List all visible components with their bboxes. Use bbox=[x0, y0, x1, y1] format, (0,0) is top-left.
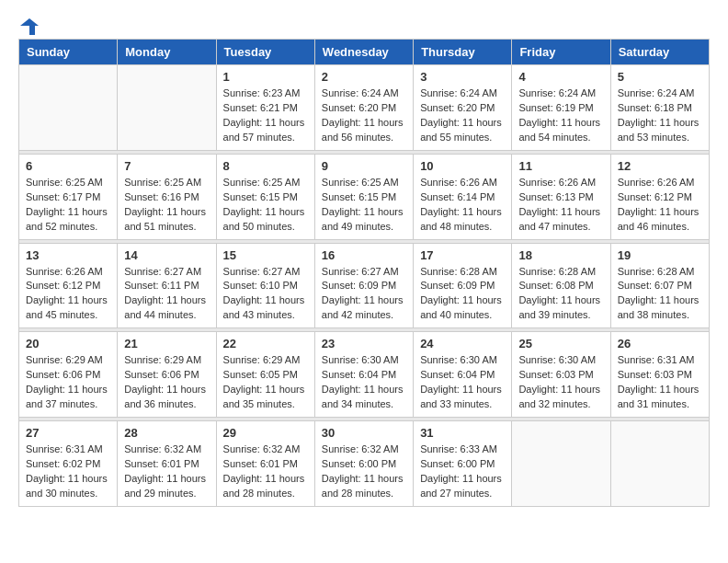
day-number: 8 bbox=[223, 159, 308, 173]
day-number: 31 bbox=[420, 426, 505, 440]
day-info: Sunrise: 6:25 AM Sunset: 6:15 PM Dayligh… bbox=[322, 176, 406, 235]
page-header bbox=[18, 18, 710, 29]
day-info: Sunrise: 6:26 AM Sunset: 6:13 PM Dayligh… bbox=[518, 176, 603, 235]
calendar-cell: 26Sunrise: 6:31 AM Sunset: 6:03 PM Dayli… bbox=[610, 332, 709, 418]
day-info: Sunrise: 6:24 AM Sunset: 6:20 PM Dayligh… bbox=[420, 86, 505, 145]
day-info: Sunrise: 6:28 AM Sunset: 6:09 PM Dayligh… bbox=[420, 265, 505, 324]
day-info: Sunrise: 6:24 AM Sunset: 6:19 PM Dayligh… bbox=[518, 86, 603, 145]
day-number: 4 bbox=[518, 70, 603, 84]
calendar-cell: 30Sunrise: 6:32 AM Sunset: 6:00 PM Dayli… bbox=[314, 421, 413, 507]
day-info: Sunrise: 6:23 AM Sunset: 6:21 PM Dayligh… bbox=[223, 86, 308, 145]
day-number: 17 bbox=[420, 248, 505, 262]
day-info: Sunrise: 6:29 AM Sunset: 6:06 PM Dayligh… bbox=[124, 353, 209, 412]
weekday-header-thursday: Thursday bbox=[414, 40, 512, 65]
calendar-cell: 8Sunrise: 6:25 AM Sunset: 6:15 PM Daylig… bbox=[216, 154, 314, 239]
day-info: Sunrise: 6:30 AM Sunset: 6:03 PM Dayligh… bbox=[518, 353, 603, 412]
calendar-cell bbox=[118, 65, 216, 151]
day-info: Sunrise: 6:26 AM Sunset: 6:12 PM Dayligh… bbox=[618, 176, 702, 235]
day-number: 29 bbox=[223, 426, 308, 440]
day-number: 27 bbox=[26, 426, 110, 440]
calendar-cell: 1Sunrise: 6:23 AM Sunset: 6:21 PM Daylig… bbox=[216, 65, 314, 151]
day-info: Sunrise: 6:32 AM Sunset: 6:00 PM Dayligh… bbox=[322, 442, 406, 501]
day-number: 20 bbox=[26, 337, 110, 350]
day-number: 3 bbox=[420, 70, 505, 84]
day-info: Sunrise: 6:29 AM Sunset: 6:05 PM Dayligh… bbox=[223, 353, 308, 412]
calendar-cell: 10Sunrise: 6:26 AM Sunset: 6:14 PM Dayli… bbox=[414, 154, 512, 239]
day-number: 30 bbox=[322, 426, 406, 440]
day-number: 24 bbox=[420, 337, 505, 350]
calendar-cell: 21Sunrise: 6:29 AM Sunset: 6:06 PM Dayli… bbox=[118, 332, 216, 418]
week-row-3: 13Sunrise: 6:26 AM Sunset: 6:12 PM Dayli… bbox=[19, 243, 710, 328]
weekday-header-row: SundayMondayTuesdayWednesdayThursdayFrid… bbox=[19, 40, 710, 65]
week-row-4: 20Sunrise: 6:29 AM Sunset: 6:06 PM Dayli… bbox=[19, 332, 710, 418]
day-info: Sunrise: 6:31 AM Sunset: 6:02 PM Dayligh… bbox=[26, 442, 110, 501]
calendar-cell: 27Sunrise: 6:31 AM Sunset: 6:02 PM Dayli… bbox=[19, 421, 118, 507]
day-number: 23 bbox=[322, 337, 406, 350]
day-number: 14 bbox=[124, 248, 209, 262]
day-info: Sunrise: 6:25 AM Sunset: 6:16 PM Dayligh… bbox=[124, 176, 209, 235]
calendar-cell: 25Sunrise: 6:30 AM Sunset: 6:03 PM Dayli… bbox=[512, 332, 610, 418]
day-info: Sunrise: 6:31 AM Sunset: 6:03 PM Dayligh… bbox=[618, 353, 702, 412]
day-info: Sunrise: 6:28 AM Sunset: 6:07 PM Dayligh… bbox=[618, 265, 702, 324]
day-info: Sunrise: 6:28 AM Sunset: 6:08 PM Dayligh… bbox=[518, 265, 603, 324]
calendar-cell: 6Sunrise: 6:25 AM Sunset: 6:17 PM Daylig… bbox=[19, 154, 118, 239]
calendar-cell: 20Sunrise: 6:29 AM Sunset: 6:06 PM Dayli… bbox=[19, 332, 118, 418]
calendar-cell bbox=[610, 421, 709, 507]
calendar-cell: 14Sunrise: 6:27 AM Sunset: 6:11 PM Dayli… bbox=[118, 243, 216, 328]
day-info: Sunrise: 6:25 AM Sunset: 6:15 PM Dayligh… bbox=[223, 176, 308, 235]
calendar-cell: 4Sunrise: 6:24 AM Sunset: 6:19 PM Daylig… bbox=[512, 65, 610, 151]
day-number: 18 bbox=[518, 248, 603, 262]
day-number: 5 bbox=[618, 70, 702, 84]
calendar-cell: 29Sunrise: 6:32 AM Sunset: 6:01 PM Dayli… bbox=[216, 421, 314, 507]
day-info: Sunrise: 6:30 AM Sunset: 6:04 PM Dayligh… bbox=[322, 353, 406, 412]
calendar-cell: 18Sunrise: 6:28 AM Sunset: 6:08 PM Dayli… bbox=[512, 243, 610, 328]
day-number: 21 bbox=[124, 337, 209, 350]
week-row-2: 6Sunrise: 6:25 AM Sunset: 6:17 PM Daylig… bbox=[19, 154, 710, 239]
calendar-cell: 3Sunrise: 6:24 AM Sunset: 6:20 PM Daylig… bbox=[414, 65, 512, 151]
day-number: 1 bbox=[223, 70, 308, 84]
weekday-header-wednesday: Wednesday bbox=[314, 40, 413, 65]
calendar-cell: 24Sunrise: 6:30 AM Sunset: 6:04 PM Dayli… bbox=[414, 332, 512, 418]
day-number: 13 bbox=[26, 248, 110, 262]
day-info: Sunrise: 6:27 AM Sunset: 6:11 PM Dayligh… bbox=[124, 265, 209, 324]
week-row-5: 27Sunrise: 6:31 AM Sunset: 6:02 PM Dayli… bbox=[19, 421, 710, 507]
day-number: 28 bbox=[124, 426, 209, 440]
calendar-cell: 31Sunrise: 6:33 AM Sunset: 6:00 PM Dayli… bbox=[414, 421, 512, 507]
day-info: Sunrise: 6:29 AM Sunset: 6:06 PM Dayligh… bbox=[26, 353, 110, 412]
day-number: 12 bbox=[618, 159, 702, 173]
weekday-header-tuesday: Tuesday bbox=[216, 40, 314, 65]
day-number: 6 bbox=[26, 159, 110, 173]
svg-marker-0 bbox=[20, 18, 39, 35]
day-info: Sunrise: 6:32 AM Sunset: 6:01 PM Dayligh… bbox=[124, 442, 209, 501]
day-number: 11 bbox=[518, 159, 603, 173]
calendar-cell: 22Sunrise: 6:29 AM Sunset: 6:05 PM Dayli… bbox=[216, 332, 314, 418]
calendar-cell: 2Sunrise: 6:24 AM Sunset: 6:20 PM Daylig… bbox=[314, 65, 413, 151]
day-number: 10 bbox=[420, 159, 505, 173]
day-number: 19 bbox=[618, 248, 702, 262]
week-row-1: 1Sunrise: 6:23 AM Sunset: 6:21 PM Daylig… bbox=[19, 65, 710, 151]
day-info: Sunrise: 6:24 AM Sunset: 6:20 PM Dayligh… bbox=[322, 86, 406, 145]
day-number: 15 bbox=[223, 248, 308, 262]
weekday-header-friday: Friday bbox=[512, 40, 610, 65]
calendar-cell bbox=[19, 65, 118, 151]
weekday-header-sunday: Sunday bbox=[19, 40, 118, 65]
logo bbox=[18, 18, 39, 29]
calendar-cell: 9Sunrise: 6:25 AM Sunset: 6:15 PM Daylig… bbox=[314, 154, 413, 239]
day-number: 7 bbox=[124, 159, 209, 173]
weekday-header-saturday: Saturday bbox=[610, 40, 709, 65]
day-info: Sunrise: 6:24 AM Sunset: 6:18 PM Dayligh… bbox=[618, 86, 702, 145]
calendar-cell: 19Sunrise: 6:28 AM Sunset: 6:07 PM Dayli… bbox=[610, 243, 709, 328]
calendar-cell: 23Sunrise: 6:30 AM Sunset: 6:04 PM Dayli… bbox=[314, 332, 413, 418]
day-info: Sunrise: 6:33 AM Sunset: 6:00 PM Dayligh… bbox=[420, 442, 505, 501]
day-number: 2 bbox=[322, 70, 406, 84]
day-number: 22 bbox=[223, 337, 308, 350]
day-number: 9 bbox=[322, 159, 406, 173]
calendar-cell: 15Sunrise: 6:27 AM Sunset: 6:10 PM Dayli… bbox=[216, 243, 314, 328]
calendar-cell: 16Sunrise: 6:27 AM Sunset: 6:09 PM Dayli… bbox=[314, 243, 413, 328]
logo-flag-icon bbox=[20, 18, 39, 35]
calendar-cell: 28Sunrise: 6:32 AM Sunset: 6:01 PM Dayli… bbox=[118, 421, 216, 507]
day-info: Sunrise: 6:26 AM Sunset: 6:14 PM Dayligh… bbox=[420, 176, 505, 235]
calendar-cell: 11Sunrise: 6:26 AM Sunset: 6:13 PM Dayli… bbox=[512, 154, 610, 239]
calendar-cell: 5Sunrise: 6:24 AM Sunset: 6:18 PM Daylig… bbox=[610, 65, 709, 151]
calendar-cell: 17Sunrise: 6:28 AM Sunset: 6:09 PM Dayli… bbox=[414, 243, 512, 328]
